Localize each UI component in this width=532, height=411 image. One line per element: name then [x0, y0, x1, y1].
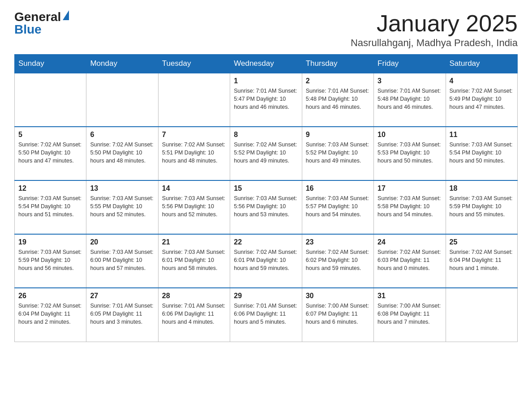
- calendar-cell: 24Sunrise: 7:02 AM Sunset: 6:03 PM Dayli…: [374, 234, 446, 288]
- calendar-cell: 17Sunrise: 7:03 AM Sunset: 5:58 PM Dayli…: [374, 180, 446, 234]
- logo-blue: Blue: [14, 23, 42, 36]
- day-number: 8: [234, 131, 298, 139]
- title-block: January 2025 Nasrullahganj, Madhya Prade…: [351, 11, 518, 49]
- calendar-cell: 2Sunrise: 7:01 AM Sunset: 5:48 PM Daylig…: [302, 73, 373, 127]
- day-number: 1: [234, 77, 298, 85]
- calendar-cell: 21Sunrise: 7:03 AM Sunset: 6:01 PM Dayli…: [158, 234, 230, 288]
- day-number: 16: [306, 184, 370, 193]
- day-info: Sunrise: 7:02 AM Sunset: 5:51 PM Dayligh…: [162, 141, 226, 165]
- day-info: Sunrise: 7:02 AM Sunset: 6:04 PM Dayligh…: [18, 302, 82, 326]
- day-number: 2: [306, 77, 370, 85]
- day-number: 15: [234, 184, 298, 193]
- day-info: Sunrise: 7:03 AM Sunset: 5:54 PM Dayligh…: [18, 194, 82, 218]
- day-info: Sunrise: 7:01 AM Sunset: 6:06 PM Dayligh…: [234, 302, 298, 326]
- logo: General Blue: [14, 11, 69, 36]
- calendar-cell: 11Sunrise: 7:03 AM Sunset: 5:54 PM Dayli…: [446, 127, 517, 180]
- calendar-cell: 3Sunrise: 7:01 AM Sunset: 5:48 PM Daylig…: [374, 73, 446, 127]
- day-info: Sunrise: 7:02 AM Sunset: 5:50 PM Dayligh…: [90, 141, 154, 165]
- day-number: 28: [162, 292, 226, 300]
- day-number: 24: [378, 238, 442, 246]
- calendar-day-header: Wednesday: [230, 55, 302, 73]
- calendar-cell: 1Sunrise: 7:01 AM Sunset: 5:47 PM Daylig…: [230, 73, 302, 127]
- day-info: Sunrise: 7:03 AM Sunset: 5:56 PM Dayligh…: [162, 194, 226, 218]
- day-number: 12: [18, 184, 82, 193]
- calendar-cell: [446, 288, 517, 342]
- day-info: Sunrise: 7:01 AM Sunset: 5:48 PM Dayligh…: [378, 87, 442, 111]
- day-number: 9: [306, 131, 370, 139]
- calendar-table: SundayMondayTuesdayWednesdayThursdayFrid…: [14, 54, 518, 342]
- calendar-cell: 20Sunrise: 7:03 AM Sunset: 6:00 PM Dayli…: [86, 234, 158, 288]
- day-info: Sunrise: 7:03 AM Sunset: 5:52 PM Dayligh…: [306, 141, 370, 165]
- day-info: Sunrise: 7:03 AM Sunset: 5:54 PM Dayligh…: [450, 141, 514, 165]
- calendar-cell: [15, 73, 86, 127]
- calendar-cell: 16Sunrise: 7:03 AM Sunset: 5:57 PM Dayli…: [302, 180, 373, 234]
- day-number: 30: [306, 292, 370, 300]
- calendar-day-header: Sunday: [15, 55, 86, 73]
- calendar-cell: 9Sunrise: 7:03 AM Sunset: 5:52 PM Daylig…: [302, 127, 373, 180]
- calendar-cell: 8Sunrise: 7:02 AM Sunset: 5:52 PM Daylig…: [230, 127, 302, 180]
- page-title: January 2025: [351, 11, 518, 36]
- calendar-cell: 26Sunrise: 7:02 AM Sunset: 6:04 PM Dayli…: [15, 288, 86, 342]
- day-info: Sunrise: 7:03 AM Sunset: 6:01 PM Dayligh…: [162, 248, 226, 272]
- day-number: 20: [90, 238, 154, 246]
- day-info: Sunrise: 7:02 AM Sunset: 6:01 PM Dayligh…: [234, 248, 298, 272]
- calendar-cell: 12Sunrise: 7:03 AM Sunset: 5:54 PM Dayli…: [15, 180, 86, 234]
- calendar-cell: 13Sunrise: 7:03 AM Sunset: 5:55 PM Dayli…: [86, 180, 158, 234]
- calendar-cell: 29Sunrise: 7:01 AM Sunset: 6:06 PM Dayli…: [230, 288, 302, 342]
- day-number: 14: [162, 184, 226, 193]
- calendar-cell: 7Sunrise: 7:02 AM Sunset: 5:51 PM Daylig…: [158, 127, 230, 180]
- calendar-cell: 28Sunrise: 7:01 AM Sunset: 6:06 PM Dayli…: [158, 288, 230, 342]
- day-info: Sunrise: 7:02 AM Sunset: 6:04 PM Dayligh…: [450, 248, 514, 272]
- calendar-day-header: Saturday: [446, 55, 517, 73]
- day-info: Sunrise: 7:02 AM Sunset: 6:03 PM Dayligh…: [378, 248, 442, 272]
- calendar-week-row: 26Sunrise: 7:02 AM Sunset: 6:04 PM Dayli…: [15, 288, 518, 342]
- calendar-cell: 14Sunrise: 7:03 AM Sunset: 5:56 PM Dayli…: [158, 180, 230, 234]
- day-info: Sunrise: 7:00 AM Sunset: 6:07 PM Dayligh…: [306, 302, 370, 326]
- calendar-day-header: Friday: [374, 55, 446, 73]
- day-info: Sunrise: 7:01 AM Sunset: 5:47 PM Dayligh…: [234, 87, 298, 111]
- day-info: Sunrise: 7:03 AM Sunset: 5:59 PM Dayligh…: [450, 194, 514, 218]
- day-number: 3: [378, 77, 442, 85]
- calendar-day-header: Tuesday: [158, 55, 230, 73]
- day-info: Sunrise: 7:02 AM Sunset: 5:52 PM Dayligh…: [234, 141, 298, 165]
- calendar-header-row: SundayMondayTuesdayWednesdayThursdayFrid…: [15, 55, 518, 73]
- day-info: Sunrise: 7:03 AM Sunset: 5:57 PM Dayligh…: [306, 194, 370, 218]
- day-number: 21: [162, 238, 226, 246]
- calendar-week-row: 19Sunrise: 7:03 AM Sunset: 5:59 PM Dayli…: [15, 234, 518, 288]
- day-number: 19: [18, 238, 82, 246]
- day-info: Sunrise: 7:02 AM Sunset: 6:02 PM Dayligh…: [306, 248, 370, 272]
- day-number: 18: [450, 184, 514, 193]
- day-info: Sunrise: 7:03 AM Sunset: 5:58 PM Dayligh…: [378, 194, 442, 218]
- day-number: 27: [90, 292, 154, 300]
- day-info: Sunrise: 7:01 AM Sunset: 6:06 PM Dayligh…: [162, 302, 226, 326]
- page-header: General Blue January 2025 Nasrullahganj,…: [0, 0, 532, 54]
- calendar-week-row: 12Sunrise: 7:03 AM Sunset: 5:54 PM Dayli…: [15, 180, 518, 234]
- day-info: Sunrise: 7:03 AM Sunset: 6:00 PM Dayligh…: [90, 248, 154, 272]
- day-number: 25: [450, 238, 514, 246]
- day-number: 7: [162, 131, 226, 139]
- day-number: 17: [378, 184, 442, 193]
- page-subtitle: Nasrullahganj, Madhya Pradesh, India: [351, 37, 518, 49]
- logo-general: General: [14, 11, 61, 23]
- calendar-cell: 27Sunrise: 7:01 AM Sunset: 6:05 PM Dayli…: [86, 288, 158, 342]
- day-info: Sunrise: 7:03 AM Sunset: 5:56 PM Dayligh…: [234, 194, 298, 218]
- calendar-day-header: Thursday: [302, 55, 373, 73]
- calendar-cell: 25Sunrise: 7:02 AM Sunset: 6:04 PM Dayli…: [446, 234, 517, 288]
- day-number: 6: [90, 131, 154, 139]
- calendar-cell: 10Sunrise: 7:03 AM Sunset: 5:53 PM Dayli…: [374, 127, 446, 180]
- calendar-cell: 18Sunrise: 7:03 AM Sunset: 5:59 PM Dayli…: [446, 180, 517, 234]
- calendar-cell: 5Sunrise: 7:02 AM Sunset: 5:50 PM Daylig…: [15, 127, 86, 180]
- day-info: Sunrise: 7:02 AM Sunset: 5:50 PM Dayligh…: [18, 141, 82, 165]
- calendar-cell: 15Sunrise: 7:03 AM Sunset: 5:56 PM Dayli…: [230, 180, 302, 234]
- calendar-cell: 6Sunrise: 7:02 AM Sunset: 5:50 PM Daylig…: [86, 127, 158, 180]
- day-info: Sunrise: 7:01 AM Sunset: 5:48 PM Dayligh…: [306, 87, 370, 111]
- calendar-week-row: 5Sunrise: 7:02 AM Sunset: 5:50 PM Daylig…: [15, 127, 518, 180]
- day-number: 10: [378, 131, 442, 139]
- calendar-cell: 4Sunrise: 7:02 AM Sunset: 5:49 PM Daylig…: [446, 73, 517, 127]
- calendar-cell: 19Sunrise: 7:03 AM Sunset: 5:59 PM Dayli…: [15, 234, 86, 288]
- logo-triangle-icon: [63, 10, 69, 20]
- day-info: Sunrise: 7:03 AM Sunset: 5:59 PM Dayligh…: [18, 248, 82, 272]
- day-number: 23: [306, 238, 370, 246]
- day-number: 13: [90, 184, 154, 193]
- calendar-cell: 22Sunrise: 7:02 AM Sunset: 6:01 PM Dayli…: [230, 234, 302, 288]
